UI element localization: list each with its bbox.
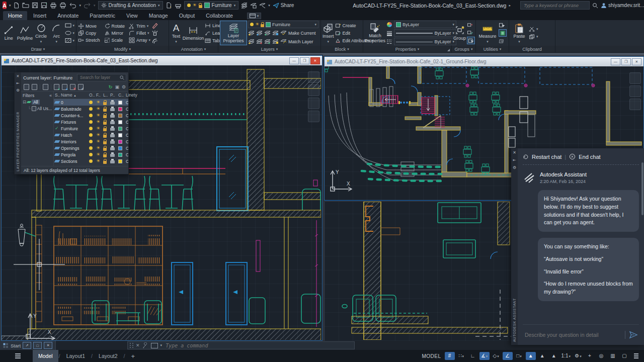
color-swatch[interactable] xyxy=(118,114,122,118)
global-search[interactable] xyxy=(520,1,590,10)
new-property-filter-icon[interactable] xyxy=(24,84,29,90)
tab-view[interactable]: View xyxy=(121,11,143,20)
linetype-dropdown[interactable]: ByLayer▾ xyxy=(394,38,456,45)
layer-row[interactable]: Hatch☀Contin xyxy=(54,132,128,138)
new-layout-button[interactable]: + xyxy=(126,350,141,362)
suggestion-item[interactable]: “Autosave is not working” xyxy=(544,255,633,263)
layer-states-manager-icon[interactable] xyxy=(43,84,48,90)
group-selection-toggle[interactable] xyxy=(467,37,475,44)
cut-button[interactable]: ▾ xyxy=(529,26,538,33)
trim-button[interactable]: Trim▾ xyxy=(129,23,150,29)
tab-parametric[interactable]: Parametric xyxy=(85,11,120,20)
assistant-settings-gear-icon[interactable]: ⚙ xyxy=(513,165,516,170)
minimized-restore-up-button[interactable]: ↗ xyxy=(23,342,31,349)
workspace-dropdown[interactable]: Drafting & Annotation ▾ xyxy=(98,1,163,10)
freeze-icon[interactable]: ☀ xyxy=(96,139,103,144)
zoom-extents-icon[interactable] xyxy=(629,99,641,110)
scale-button[interactable]: Scale xyxy=(104,37,125,43)
lineweight-dropdown[interactable]: ByLayer▾ xyxy=(394,29,456,37)
assistant-question-input[interactable] xyxy=(524,331,621,338)
customization-plus-icon[interactable]: + xyxy=(585,352,595,360)
filter-all[interactable]: ⊟All xyxy=(23,99,52,105)
make-current-button[interactable]: Make Current xyxy=(280,30,316,36)
tab-collaborate[interactable]: Collaborate xyxy=(201,11,238,20)
layer-merge-icon[interactable] xyxy=(264,39,271,44)
color-swatch[interactable] xyxy=(118,107,122,111)
on-icon[interactable] xyxy=(89,101,93,104)
background-canvas[interactable] xyxy=(325,202,512,341)
layer-properties-button[interactable]: Layer Properties xyxy=(220,21,247,45)
lpm-properties-gear-icon[interactable]: ⚙ xyxy=(16,88,20,93)
ortho-mode-icon[interactable]: ∟ xyxy=(468,352,478,360)
plot-icon[interactable] xyxy=(110,147,115,150)
color-swatch[interactable] xyxy=(118,159,122,163)
offset-button[interactable] xyxy=(151,37,158,44)
zoom-extents-icon[interactable] xyxy=(308,98,319,109)
share-button[interactable]: Share xyxy=(273,3,294,9)
ribbon-display-toggle[interactable]: ▾ xyxy=(247,13,262,19)
freeze-icon[interactable]: ☀ xyxy=(96,159,103,163)
doc-restore-button[interactable]: ❒ xyxy=(621,58,631,65)
layer-isolate-icon[interactable] xyxy=(264,30,271,36)
search-icon[interactable] xyxy=(592,3,598,9)
start-tab[interactable]: Start ↗ □ ✕ xyxy=(0,341,56,350)
layer-dropdown[interactable]: ☀ Furniture ▾ xyxy=(248,21,318,28)
lock-icon[interactable] xyxy=(103,154,107,157)
layer-off-icon[interactable] xyxy=(248,30,255,36)
color-swatch[interactable] xyxy=(118,120,122,124)
quick-layer-dropdown[interactable]: ☀ Furniture ▾ xyxy=(184,1,239,10)
layer-freeze-icon[interactable] xyxy=(256,30,263,36)
plot-icon[interactable] xyxy=(110,154,115,157)
layer-search[interactable] xyxy=(77,74,126,81)
collapse-filters-icon[interactable]: « xyxy=(49,93,52,98)
explode-button[interactable] xyxy=(151,30,158,36)
clipboard-panel-label[interactable]: Clipboard xyxy=(509,46,555,52)
layer-grid-header[interactable]: S.. Name ▲ O.. F.. L.. P.. C.. Linety xyxy=(54,92,128,99)
command-drag-grip[interactable] xyxy=(130,343,133,348)
layer-row[interactable]: Interiors☀Contin xyxy=(54,138,128,145)
fillet-button[interactable]: Fillet▾ xyxy=(129,30,150,36)
object-snap-icon[interactable]: □▾ xyxy=(514,352,524,360)
mirror-button[interactable]: Mirror xyxy=(104,30,125,36)
draw-panel-label[interactable]: Draw▾ xyxy=(0,46,76,52)
plot-icon[interactable] xyxy=(110,102,115,105)
rectangle-button[interactable]: ▾ xyxy=(65,22,75,29)
navigation-bar[interactable] xyxy=(629,72,641,110)
snap-mode-icon[interactable]: ∷▾ xyxy=(456,352,466,360)
clean-screen-icon[interactable]: ▢ xyxy=(619,352,629,360)
isolate-settings-icon[interactable]: ▣ xyxy=(115,84,119,89)
color-swatch[interactable] xyxy=(118,146,122,150)
lpm-autohide-pin-icon[interactable]: ⇤ xyxy=(16,81,19,85)
plot-icon[interactable] xyxy=(110,108,115,111)
polar-tracking-icon[interactable]: ∡▾ xyxy=(479,352,490,360)
account-menu[interactable]: shiyamdev.srit... ▾ xyxy=(601,3,644,9)
delete-layer-icon[interactable] xyxy=(70,84,75,90)
tab-layout2[interactable]: Layout2 xyxy=(93,350,123,362)
document-window-background[interactable] xyxy=(324,201,513,341)
on-icon[interactable] xyxy=(89,133,93,137)
app-menu-chevron-icon[interactable]: ▾ xyxy=(9,4,11,8)
end-chat-button[interactable]: End chat xyxy=(579,154,600,160)
title-expand-icon[interactable]: ▸ xyxy=(509,4,511,8)
pan-icon[interactable] xyxy=(629,85,641,97)
full-navigation-wheel-icon[interactable] xyxy=(308,71,319,83)
ground-floor-titlebar[interactable]: AutoCAD-LT-FY25_Fire-Station-Book-Cafe_0… xyxy=(325,57,643,66)
autodesk-assistant-panel[interactable]: ✕ ⇤ ⚙ AUTODESK ASSISTANT Restart chat | … xyxy=(511,148,644,345)
freeze-icon[interactable]: ☀ xyxy=(96,133,103,137)
assistant-input-bar[interactable] xyxy=(523,324,639,345)
undo-icon[interactable] xyxy=(69,3,76,9)
modify-panel-label[interactable]: Modify▾ xyxy=(76,46,169,52)
graphics-performance-icon[interactable]: ▥ xyxy=(608,352,618,360)
layer-state-icon[interactable] xyxy=(250,3,257,9)
annotation-panel-label[interactable]: Annotation▾ xyxy=(169,46,218,52)
lock-icon[interactable] xyxy=(103,115,107,118)
assistant-autohide-pin-icon[interactable]: ⇤ xyxy=(513,158,516,162)
new-group-filter-icon[interactable] xyxy=(32,84,37,90)
annotation-scale-button[interactable]: 1:1▾ xyxy=(560,352,572,360)
match-properties-button[interactable]: Match Properties xyxy=(365,22,385,44)
layer-row[interactable]: Fixtures☀Contin xyxy=(54,119,128,125)
new-vp-frozen-layer-icon[interactable] xyxy=(62,84,67,90)
plot-icon[interactable] xyxy=(50,2,57,9)
color-swatch[interactable] xyxy=(118,153,122,157)
on-icon[interactable] xyxy=(89,127,93,130)
